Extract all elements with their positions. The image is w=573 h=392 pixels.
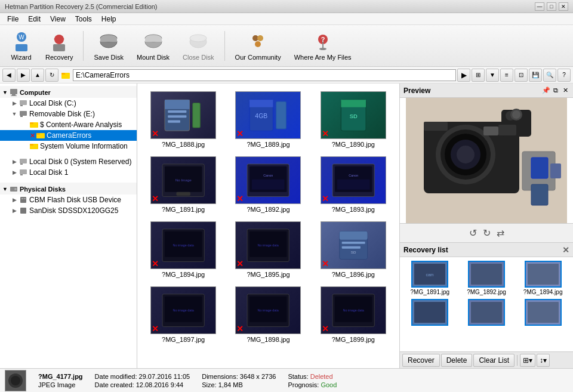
forward-button[interactable]: ▶ [17,69,30,82]
tree-local-disk-0[interactable]: ▶ Local Disk 0 (System Reserved) [0,156,137,167]
where-button[interactable]: ? Where Are My Files [289,28,357,64]
clear-list-button[interactable]: Clear List [473,354,515,367]
maximize-button[interactable]: □ [547,2,556,11]
status-created-label: Date created: [95,381,134,388]
preview-close-button[interactable]: ✕ [561,87,569,95]
thumb-1896[interactable]: SD ✕ ?MG_1896.jpg [312,218,395,281]
status-prognosis-value: Good [321,381,337,388]
tree-local-disk-1[interactable]: ▶ Local Disk 1 [0,167,137,178]
recovery-button[interactable]: Recovery [40,28,78,64]
tree-system-volume[interactable]: System Volume Information [0,141,137,152]
recovery-item-4[interactable] [403,299,457,327]
close-disk-button[interactable]: Close Disk [177,28,220,64]
menu-view[interactable]: View [45,14,70,24]
menu-tools[interactable]: Tools [70,14,97,24]
deleted-marker-1897: ✕ [152,325,159,333]
svg-rect-35 [20,159,27,163]
thumb-1889[interactable]: 4GB ✕ ?MG_1889.jpg [227,88,309,151]
minimize-button[interactable]: — [535,2,544,11]
svg-rect-38 [20,174,23,175]
status-bar: ?MG_4177.jpg JPEG Image Date modified: 2… [0,368,573,392]
thumb-1897[interactable]: No image data ✕ ?MG_1897.jpg [142,283,224,346]
svg-rect-34 [30,144,33,146]
expand-c[interactable]: ▶ [10,100,19,106]
recovery-item-1892[interactable]: ?MG_1892.jpg [460,261,513,295]
rec-view-button[interactable]: ⊞▾ [520,354,535,367]
thumb-1893[interactable]: Canon ✕ ?MG_1893.jpg [312,153,395,216]
next-nav-btn[interactable]: ↻ [483,227,491,239]
thumb-img-1890: SD [321,91,386,139]
thumb-1892[interactable]: Canon ✕ ?MG_1892.jpg [227,153,309,216]
thumb-1899[interactable]: No image data ✕ ?MG_1899.jpg [312,283,395,346]
status-created: Date created: 12.08.2016 9:44 [95,381,190,388]
system-volume-label: System Volume Information [40,142,128,150]
rec-sep-1 [517,355,517,366]
delete-button[interactable]: Delete [441,354,473,367]
thumb-1890[interactable]: SD ✕ ?MG_1890.jpg [312,88,395,151]
menu-help[interactable]: Help [97,14,121,24]
thumb-img-1896: SD [321,221,386,269]
tree-content-aware[interactable]: $ Content-Aware Analysis [0,119,137,130]
expand-physical[interactable]: ▼ [2,186,8,192]
recovery-list-close[interactable]: ✕ [562,245,569,255]
recovery-item-1891[interactable]: cam ?MG_1891.jpg [403,261,457,295]
filter-icon[interactable]: ▼ [486,69,499,82]
thumb-label-1889: ?MG_1889.jpg [247,141,289,148]
view-icon-1[interactable]: ⊞ [472,69,485,82]
svg-rect-54 [276,101,286,129]
tree-removable-e[interactable]: ▼ Removable Disk (E:) [0,109,137,119]
recovery-item-5[interactable] [460,299,513,327]
go-button[interactable]: ▶ [457,69,470,82]
thumb-label-1892: ?MG_1892.jpg [247,206,289,213]
recovery-thumb-img-6 [525,299,562,326]
help-icon[interactable]: ? [557,69,571,82]
prev-nav-btn[interactable]: ↺ [469,227,477,239]
thumb-1895[interactable]: No image data ✕ ?MG_1895.jpg [227,218,309,281]
flip-nav-btn[interactable]: ⇄ [497,227,504,239]
computer-expand[interactable]: ▼ [2,89,8,95]
recovery-list-content: cam ?MG_1891.jpg ?MG_1892.jpg [400,257,573,351]
svg-text:cam: cam [426,273,434,277]
community-button[interactable]: Our Community [230,28,286,64]
community-icon [247,31,269,53]
preview-pin-button[interactable]: 📌 [542,87,550,95]
mount-disk-button[interactable]: Mount Disk [131,28,175,64]
tree-sandisk[interactable]: ▶ SanDisk SDSSDX120GG25 [0,205,137,216]
recovery-item-6[interactable] [516,299,569,327]
tree-local-c[interactable]: ▶ Local Disk (C:) [0,98,137,109]
svg-rect-22 [10,89,17,94]
community-label: Our Community [235,54,281,61]
save-disk-button[interactable]: Save Disk [88,28,129,64]
expand-e[interactable]: ▼ [10,111,19,117]
up-button[interactable]: ▲ [31,69,44,82]
refresh-button[interactable]: ↻ [45,69,58,82]
recovery-thumb-img-1894 [525,261,562,288]
menu-edit[interactable]: Edit [23,14,45,24]
sort-icon[interactable]: ≡ [500,69,513,82]
deleted-marker-1890: ✕ [322,129,329,138]
thumb-1898[interactable]: No image data ✕ ?MG_1898.jpg [227,283,309,346]
search-icon[interactable]: 🔍 [543,69,556,82]
recover-button[interactable]: Recover [402,354,440,367]
rec-sort-button[interactable]: ↕▾ [537,354,550,367]
preview-image [406,98,567,224]
back-button[interactable]: ◀ [2,69,16,82]
preview-popout-button[interactable]: ⧉ [552,87,560,95]
thumb-1888[interactable]: ✕ ?MG_1888.jpg [142,88,224,151]
recovery-item-1894[interactable]: ?MG_1894.jpg [516,261,569,295]
close-button[interactable]: ✕ [559,2,568,11]
where-label: Where Are My Files [294,54,352,61]
panel-icon[interactable]: ⊡ [515,69,528,82]
wizard-button[interactable]: W Wizard [5,28,38,64]
tree-camera-errors[interactable]: ✕ CameraErrors [0,130,137,141]
deleted-marker-1891: ✕ [152,195,159,203]
menu-file[interactable]: File [2,14,23,24]
thumb-1894[interactable]: No image data ✕ ?MG_1894.jpg [142,218,224,281]
address-input[interactable] [73,69,456,81]
thumb-1891[interactable]: No Image ✕ ?MG_1891.jpg [142,153,224,216]
svg-rect-28 [20,116,23,117]
svg-rect-114 [528,264,559,285]
save-icon[interactable]: 💾 [529,69,542,82]
svg-rect-21 [61,73,65,75]
tree-cbm-flash[interactable]: ▶ CBM Flash Disk USB Device [0,195,137,205]
